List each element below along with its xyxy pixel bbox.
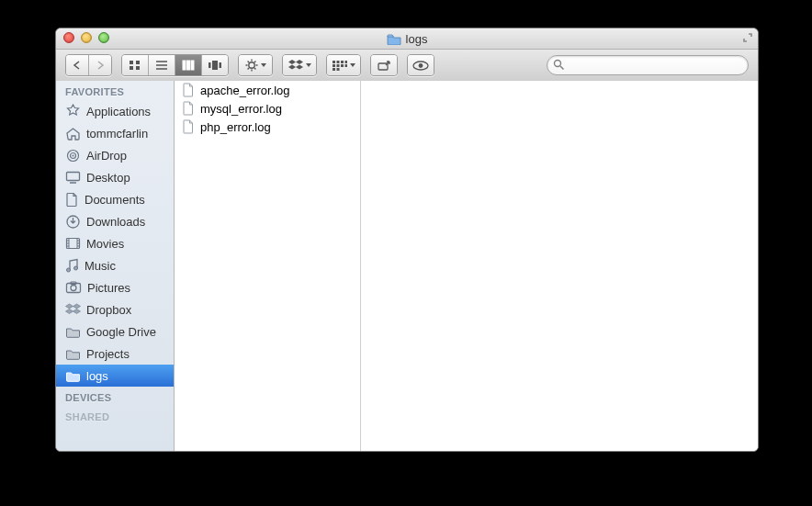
folder-icon	[387, 33, 401, 45]
view-mode-controls	[121, 54, 229, 76]
svg-rect-33	[344, 64, 347, 67]
sidebar-item-music[interactable]: Music	[56, 254, 174, 276]
content-area: FAVORITES ApplicationstommcfarlinAirDrop…	[56, 81, 758, 451]
svg-rect-8	[187, 61, 190, 70]
sidebar-item-airdrop[interactable]: AirDrop	[56, 144, 174, 166]
svg-point-39	[555, 61, 561, 67]
sidebar-item-label: Documents	[85, 193, 145, 207]
folder-icon	[65, 370, 81, 382]
file-row[interactable]: apache_error.log	[175, 81, 360, 99]
toolbar	[56, 50, 758, 82]
svg-line-21	[247, 68, 248, 69]
svg-point-43	[73, 154, 74, 156]
window-title: logs	[56, 32, 758, 46]
fullscreen-button[interactable]	[742, 32, 753, 43]
sidebar-item-label: logs	[86, 369, 108, 383]
dropbox-menu[interactable]	[282, 54, 317, 76]
share-icon	[378, 60, 390, 71]
sidebar-item-downloads[interactable]: Downloads	[56, 210, 174, 232]
svg-rect-26	[333, 61, 335, 63]
sidebar-item-label: AirDrop	[86, 149, 127, 163]
sidebar-item-label: Music	[85, 259, 116, 273]
document-icon	[182, 83, 195, 97]
desktop-icon	[65, 171, 81, 184]
pictures-icon	[65, 281, 82, 294]
svg-rect-29	[344, 61, 347, 63]
search-input[interactable]	[547, 55, 749, 75]
sidebar-item-movies[interactable]: Movies	[56, 232, 174, 254]
sidebar-item-desktop[interactable]: Desktop	[56, 166, 174, 188]
file-column: apache_error.logmysql_error.logphp_error…	[175, 81, 361, 451]
svg-rect-9	[191, 61, 194, 70]
search-icon	[553, 59, 565, 71]
close-window-button[interactable]	[63, 32, 74, 43]
svg-rect-27	[336, 61, 339, 63]
applications-icon	[65, 104, 81, 119]
svg-rect-3	[136, 66, 140, 70]
svg-line-20	[254, 62, 255, 62]
view-column-button[interactable]	[175, 55, 201, 75]
sidebar-item-projects[interactable]: Projects	[56, 343, 174, 365]
eye-icon	[412, 61, 429, 71]
file-row[interactable]: php_error.log	[175, 118, 360, 136]
sidebar-item-google-drive[interactable]: Google Drive	[56, 320, 174, 343]
movies-icon	[65, 237, 81, 250]
sidebar-item-label: Applications	[86, 105, 151, 118]
forward-button[interactable]	[88, 55, 111, 75]
svg-marker-22	[288, 60, 296, 64]
sidebar-item-logs[interactable]: logs	[56, 365, 174, 387]
nav-controls	[65, 54, 112, 76]
svg-rect-11	[212, 61, 218, 70]
search-field[interactable]	[547, 55, 749, 75]
svg-point-38	[419, 63, 423, 68]
airdrop-icon	[65, 148, 81, 163]
svg-rect-32	[341, 64, 344, 67]
svg-marker-23	[296, 60, 303, 64]
sidebar-item-documents[interactable]: Documents	[56, 188, 174, 210]
svg-rect-30	[333, 64, 335, 67]
arrange-menu[interactable]	[326, 54, 361, 76]
svg-point-56	[67, 268, 71, 272]
view-list-button[interactable]	[148, 55, 175, 75]
svg-line-18	[247, 62, 248, 62]
sidebar-item-label: Pictures	[87, 281, 130, 295]
sidebar: FAVORITES ApplicationstommcfarlinAirDrop…	[56, 81, 175, 451]
document-icon	[182, 119, 195, 134]
svg-rect-10	[209, 62, 211, 68]
sidebar-section-favorites: FAVORITES	[56, 81, 174, 100]
sidebar-section-devices: DEVICES	[56, 387, 174, 406]
sidebar-item-label: Google Drive	[86, 325, 156, 339]
view-coverflow-button[interactable]	[201, 55, 228, 75]
documents-icon	[65, 192, 79, 208]
share-button[interactable]	[370, 54, 398, 76]
svg-rect-31	[336, 64, 339, 67]
view-icon-button[interactable]	[122, 55, 148, 75]
home-icon	[65, 127, 81, 141]
folder-icon	[65, 326, 81, 338]
folder-icon	[65, 348, 81, 360]
sidebar-item-tommcfarlin[interactable]: tommcfarlin	[56, 122, 174, 144]
svg-rect-35	[336, 68, 339, 71]
file-name: mysql_error.log	[200, 102, 282, 116]
svg-marker-63	[66, 309, 73, 314]
file-row[interactable]: mysql_error.log	[175, 99, 360, 118]
svg-point-59	[71, 286, 76, 291]
svg-point-57	[74, 266, 78, 270]
sidebar-item-pictures[interactable]: Pictures	[56, 276, 174, 298]
back-button[interactable]	[66, 55, 88, 75]
arrange-icon	[333, 61, 347, 71]
minimize-window-button[interactable]	[81, 32, 92, 43]
action-menu[interactable]	[238, 54, 273, 76]
preview-pane	[361, 81, 758, 451]
svg-point-13	[248, 62, 254, 68]
sidebar-item-dropbox[interactable]: Dropbox	[56, 298, 174, 320]
svg-rect-1	[136, 61, 140, 64]
zoom-window-button[interactable]	[98, 32, 109, 43]
svg-rect-44	[67, 173, 80, 181]
quicklook-button[interactable]	[407, 54, 434, 76]
file-name: apache_error.log	[200, 84, 290, 97]
svg-line-40	[560, 66, 564, 70]
sidebar-item-applications[interactable]: Applications	[56, 100, 174, 122]
document-icon	[182, 101, 195, 116]
list-icon	[155, 60, 168, 71]
